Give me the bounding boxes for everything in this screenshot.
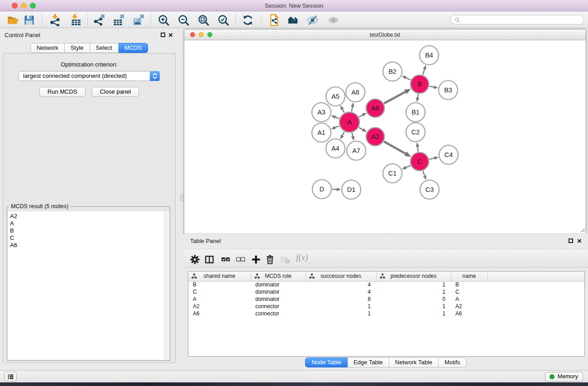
close-panel-button[interactable]: Close panel xyxy=(92,87,139,97)
graph-node-B2[interactable]: B2 xyxy=(383,62,402,81)
table-cell[interactable]: 1 xyxy=(376,281,451,288)
table-cell[interactable]: 1 xyxy=(376,310,451,317)
export-image-icon[interactable] xyxy=(131,13,145,27)
search-box[interactable] xyxy=(450,15,584,24)
graph-node-A5[interactable]: A5 xyxy=(326,87,345,106)
table-cell[interactable]: A6 xyxy=(451,310,488,317)
table-cell[interactable]: 4 xyxy=(306,281,376,288)
graph-node-A3[interactable]: A3 xyxy=(312,103,331,122)
tab-select[interactable]: Select xyxy=(90,43,119,53)
graph-edge-C-C4[interactable] xyxy=(429,158,434,159)
graph-node-A4[interactable]: A4 xyxy=(326,139,345,158)
table-cell[interactable]: 1 xyxy=(306,310,376,317)
create-column-icon[interactable] xyxy=(250,253,262,265)
select-all-columns-icon[interactable] xyxy=(220,253,231,265)
tab-edge-table[interactable]: Edge Table xyxy=(348,357,389,367)
tab-style[interactable]: Style xyxy=(65,43,90,53)
network-window-titlebar[interactable]: testGlobe.txt xyxy=(184,29,586,40)
network-canvas[interactable]: B4B2BB3B1A6A5A8A3AA1A2A4A7C2C4CC1C3DD1 xyxy=(184,41,586,234)
mcds-result-item[interactable]: B xyxy=(8,227,169,234)
table-cell[interactable]: 4 xyxy=(306,288,376,295)
graph-node-A8[interactable]: A8 xyxy=(346,83,365,102)
graph-edge-B-B4[interactable] xyxy=(423,69,425,75)
table-cell[interactable]: dominator xyxy=(251,288,306,295)
mcds-result-item[interactable]: A2 xyxy=(8,211,169,220)
graph-node-A6[interactable]: A6 xyxy=(366,99,384,117)
deselect-all-columns-icon[interactable] xyxy=(234,253,246,265)
task-history-button[interactable] xyxy=(5,372,17,381)
mcds-result-item[interactable]: C xyxy=(8,234,169,242)
graph-edge-A-A5[interactable] xyxy=(342,109,344,113)
graph-node-C2[interactable]: C2 xyxy=(406,123,425,142)
column-header-name[interactable]: name xyxy=(451,272,488,281)
zoom-fit-icon[interactable] xyxy=(196,13,210,27)
memory-button[interactable]: Memory xyxy=(545,372,583,381)
tab-motifs[interactable]: Motifs xyxy=(439,357,467,367)
graph-node-A7[interactable]: A7 xyxy=(347,141,366,160)
save-session-icon[interactable] xyxy=(22,13,36,27)
graph-edge-C-C1[interactable] xyxy=(406,166,410,168)
export-network-icon[interactable] xyxy=(92,13,105,27)
table-cell[interactable]: C xyxy=(188,288,251,295)
table-row[interactable]: A2connector11A2 xyxy=(188,303,584,310)
graph-edge-A-A1[interactable] xyxy=(335,126,339,128)
graph-node-D1[interactable]: D1 xyxy=(342,180,361,199)
table-cell[interactable]: 0 xyxy=(376,295,451,303)
apply-layout-icon[interactable] xyxy=(241,13,254,27)
table-row[interactable]: A6connector11A6 xyxy=(188,310,584,317)
window-resize-grip[interactable] xyxy=(579,226,585,233)
table-cell[interactable]: 8 xyxy=(306,295,376,303)
table-row[interactable]: Cdominator41C xyxy=(188,288,584,295)
graph-node-D[interactable]: D xyxy=(312,180,331,199)
table-cell[interactable]: A6 xyxy=(188,310,251,317)
graph-edge-A-A8[interactable] xyxy=(352,106,353,111)
float-panel-icon[interactable] xyxy=(161,33,165,37)
graph-edge-A-A2[interactable] xyxy=(359,128,363,130)
network-minimize-button[interactable] xyxy=(199,32,204,37)
zoom-window-button[interactable] xyxy=(30,3,36,9)
result-scrollbar[interactable] xyxy=(164,211,169,360)
export-table-icon[interactable] xyxy=(111,13,125,27)
graph-node-B[interactable]: B xyxy=(411,75,429,93)
graph-edge-B-B3[interactable] xyxy=(430,86,434,87)
tab-mcds[interactable]: MCDS xyxy=(119,43,148,53)
graph-node-C[interactable]: C xyxy=(411,152,429,171)
table-cell[interactable]: A2 xyxy=(451,303,488,310)
hide-selected-icon[interactable] xyxy=(306,13,319,27)
table-row[interactable]: Bdominator41B xyxy=(188,281,584,288)
graph-node-A[interactable]: A xyxy=(339,112,359,132)
column-settings-icon[interactable] xyxy=(189,253,201,265)
graph-edge-A-A3[interactable] xyxy=(335,117,339,119)
import-table-icon[interactable] xyxy=(69,13,82,27)
table-cell[interactable]: A xyxy=(188,295,251,303)
graph-edge-C-C3[interactable] xyxy=(423,171,425,176)
table-cell[interactable]: 1 xyxy=(376,288,451,295)
graph-node-B4[interactable]: B4 xyxy=(420,46,439,65)
import-network-icon[interactable] xyxy=(48,13,62,27)
graph-node-C3[interactable]: C3 xyxy=(420,180,439,199)
table-row[interactable]: Adominator80A xyxy=(188,295,584,303)
minimize-window-button[interactable] xyxy=(21,3,27,9)
graph-edge-B-B1[interactable] xyxy=(418,94,418,98)
table-cell[interactable]: B xyxy=(188,281,251,288)
table-cell[interactable]: C xyxy=(451,288,488,295)
network-from-selection-icon[interactable] xyxy=(267,13,281,27)
delete-columns-icon[interactable] xyxy=(264,253,276,265)
table-cell[interactable]: connector xyxy=(251,310,306,317)
column-header-predecessor-nodes[interactable]: predecessor nodes xyxy=(376,272,451,281)
show-column-panel-icon[interactable] xyxy=(203,253,215,265)
close-window-button[interactable] xyxy=(12,3,18,9)
close-table-panel-icon[interactable]: × xyxy=(577,238,582,244)
network-close-button[interactable] xyxy=(190,32,195,37)
graph-edge-A6-B[interactable] xyxy=(384,92,406,104)
mcds-result-list[interactable]: A2ABCA6 xyxy=(8,211,169,360)
table-cell[interactable]: 1 xyxy=(376,303,451,310)
graph-edge-A-A7[interactable] xyxy=(352,133,353,137)
optimization-criterion-select[interactable]: largest connected component (directed) xyxy=(19,71,160,81)
close-panel-icon[interactable]: × xyxy=(168,32,173,38)
tab-network-table[interactable]: Network Table xyxy=(389,357,439,367)
search-input[interactable] xyxy=(463,15,580,24)
table-cell[interactable]: connector xyxy=(251,303,306,310)
run-mcds-button[interactable]: Run MCDS xyxy=(39,87,86,97)
zoom-selected-icon[interactable] xyxy=(216,13,230,27)
